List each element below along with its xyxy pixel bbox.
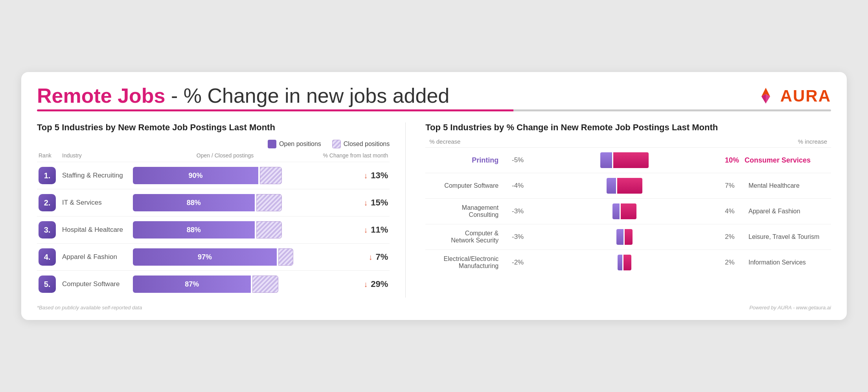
rbar-right (623, 255, 631, 270)
rbar-right (621, 203, 636, 219)
left-industry: Computer Software (425, 182, 504, 189)
legend-closed: Closed positions (332, 140, 390, 148)
change-col: ↓ 15% (317, 198, 388, 208)
table-row: 1. Staffing & Recruiting 90% ↓ 13% (37, 162, 390, 189)
bar-pair (528, 255, 721, 270)
main-card: Remote Jobs - % Change in new jobs added… (21, 72, 847, 320)
aura-logo-text: AURA (780, 87, 831, 105)
legend-closed-box (332, 140, 341, 148)
right-row: Printing -5% 10% Consumer Services (425, 147, 831, 173)
rank-badge: 2. (39, 194, 56, 211)
industry-name: Apparel & Fashion (62, 253, 133, 261)
right-industry: Apparel & Fashion (745, 208, 831, 215)
change-col: ↓ 13% (317, 170, 388, 181)
right-pct: 2% (721, 233, 745, 241)
rank-badge: 1. (39, 167, 56, 184)
left-industry: ManagementConsulting (425, 204, 504, 218)
left-table: 1. Staffing & Recruiting 90% ↓ 13% 2. IT… (37, 162, 390, 298)
rank-badge: 3. (39, 221, 56, 239)
bar-pair (528, 152, 721, 168)
change-value: 15% (371, 198, 388, 208)
rbar-right (613, 152, 649, 168)
left-panel: Top 5 Industries by New Remote Job Posti… (37, 122, 406, 298)
aura-logo-icon (755, 85, 776, 107)
header: Remote Jobs - % Change in new jobs added… (37, 85, 831, 107)
legend-open-label: Open positions (279, 141, 321, 148)
axis-decrease: % decrease (429, 138, 460, 145)
bar-pair (528, 203, 721, 219)
bar-container: 87% (133, 276, 317, 293)
col-industry: Industry (62, 152, 133, 159)
change-col: ↓ 7% (317, 252, 388, 262)
left-section-title: Top 5 Industries by New Remote Job Posti… (37, 122, 390, 133)
left-pct: -3% (504, 233, 528, 241)
left-pct: -3% (504, 207, 528, 215)
bar-open: 90% (133, 167, 258, 184)
industry-name: IT & Services (62, 199, 133, 207)
rank-cell: 5. (39, 276, 62, 293)
divider (37, 109, 831, 111)
col-open-closed: Open / Closed postings (133, 152, 317, 159)
right-industry: Leisure, Travel & Tourism (745, 233, 831, 240)
left-industry: Electrical/ElectronicManufacturing (425, 255, 504, 270)
rank-cell: 2. (39, 194, 62, 211)
bar-container: 97% (133, 248, 317, 266)
bar-container: 88% (133, 221, 317, 239)
legend-open: Open positions (268, 140, 321, 148)
right-pct: 10% (721, 156, 745, 165)
arrow-down-icon: ↓ (368, 253, 372, 262)
bar-closed (278, 248, 293, 266)
table-row: 3. Hospital & Healtcare 88% ↓ 11% (37, 216, 390, 243)
right-pct: 7% (721, 182, 745, 190)
arrow-down-icon: ↓ (364, 171, 368, 180)
rank-badge: 4. (39, 248, 56, 266)
left-pct: -5% (504, 156, 528, 164)
right-pct: 4% (721, 207, 745, 215)
aura-logo: AURA (755, 85, 831, 107)
rank-cell: 1. (39, 167, 62, 184)
right-row: ManagementConsulting -3% 4% Apparel & Fa… (425, 198, 831, 224)
change-col: ↓ 29% (317, 279, 388, 289)
left-industry: Printing (425, 156, 504, 165)
change-value: 29% (371, 279, 388, 289)
powered-by: Powered by AURA - www.getaura.ai (749, 305, 831, 311)
right-industry: Consumer Services (745, 156, 831, 165)
bar-pair (528, 178, 721, 194)
rbar-left (616, 229, 623, 245)
right-axes: % decrease % increase (425, 138, 831, 145)
industry-name: Hospital & Healtcare (62, 226, 133, 234)
rbar-left (607, 178, 616, 194)
rank-cell: 4. (39, 248, 62, 266)
right-pct: 2% (721, 259, 745, 266)
change-value: 7% (375, 252, 388, 262)
content: Top 5 Industries by New Remote Job Posti… (37, 122, 831, 298)
rank-cell: 3. (39, 221, 62, 239)
bar-closed (256, 221, 282, 239)
rbar-left (612, 203, 620, 219)
right-industry: Mental Healthcare (745, 182, 831, 189)
table-headers: Rank Industry Open / Closed postings % C… (37, 152, 390, 159)
table-row: 2. IT & Services 88% ↓ 15% (37, 189, 390, 216)
rbar-left (618, 255, 622, 270)
table-row: 4. Apparel & Fashion 97% ↓ 7% (37, 243, 390, 270)
page-title: Remote Jobs - % Change in new jobs added (37, 85, 449, 107)
arrow-down-icon: ↓ (364, 280, 368, 289)
right-section-title: Top 5 Industries by % Change in New Remo… (425, 122, 831, 133)
change-value: 13% (371, 170, 388, 181)
change-value: 11% (371, 225, 388, 235)
rbar-right (617, 178, 642, 194)
table-row: 5. Computer Software 87% ↓ 29% (37, 270, 390, 298)
bar-open: 97% (133, 248, 277, 266)
bar-open: 87% (133, 276, 251, 293)
legend: Open positions Closed positions (37, 140, 390, 148)
footnote: *Based on publicly available self-report… (37, 305, 142, 311)
left-pct: -2% (504, 259, 528, 266)
footer: *Based on publicly available self-report… (37, 305, 831, 311)
right-industry: Information Services (745, 259, 831, 266)
right-row: Computer Software -4% 7% Mental Healthca… (425, 173, 831, 198)
legend-open-box (268, 140, 276, 148)
industry-name: Computer Software (62, 280, 133, 288)
right-row: Electrical/ElectronicManufacturing -2% 2… (425, 250, 831, 275)
right-panel: Top 5 Industries by % Change in New Remo… (421, 122, 831, 298)
bar-closed (260, 167, 282, 184)
